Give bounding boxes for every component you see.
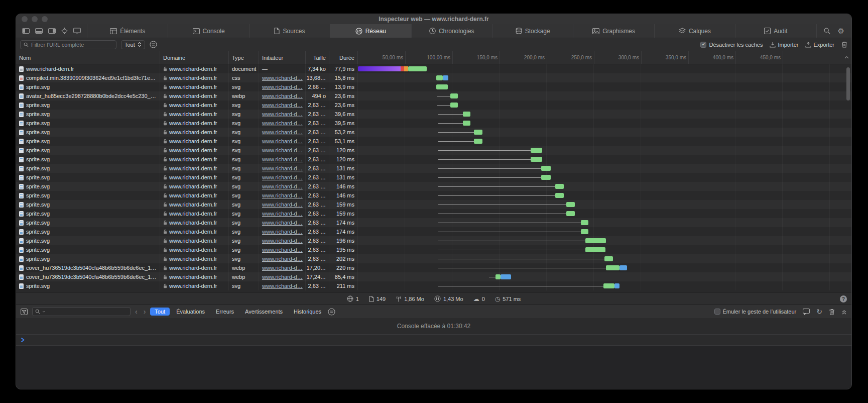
initiator-link[interactable]: www.richard-d… <box>262 238 303 244</box>
help-button[interactable]: ? <box>840 295 847 303</box>
table-row[interactable]: sprite.svgwww.richard-dern.frsvgwww.rich… <box>16 173 851 182</box>
filter-options-icon[interactable] <box>150 41 157 48</box>
initiator-link[interactable]: www.richard-d… <box>262 247 303 253</box>
console-tab-evaluations[interactable]: Évaluations <box>172 308 209 316</box>
dock-left-icon[interactable] <box>22 28 30 34</box>
table-row[interactable]: compiled.min.38390909f303624ed9e1cf1bd3f… <box>16 73 851 82</box>
initiator-link[interactable]: www.richard-d… <box>262 111 303 117</box>
tab-layers[interactable]: Calques <box>654 24 735 38</box>
forward-icon[interactable]: › <box>144 308 146 315</box>
initiator-link[interactable]: www.richard-d… <box>262 256 303 262</box>
vertical-scrollbar-thumb[interactable] <box>846 67 850 100</box>
table-row[interactable]: avatar_hu85ecc3e298728880b0bde2dcc4e5c23… <box>16 91 851 100</box>
initiator-link[interactable]: www.richard-d… <box>262 211 303 217</box>
table-row[interactable]: sprite.svgwww.richard-dern.frsvgwww.rich… <box>16 100 851 110</box>
initiator-link[interactable]: www.richard-d… <box>262 138 303 144</box>
scroll-up-icon[interactable] <box>844 56 849 59</box>
table-row[interactable]: sprite.svgwww.richard-dern.frsvgwww.rich… <box>16 110 851 119</box>
initiator-link[interactable]: www.richard-d… <box>262 229 303 235</box>
console-messages-icon[interactable] <box>803 309 810 315</box>
clear-console-icon[interactable] <box>829 309 835 315</box>
tab-network[interactable]: Réseau <box>330 24 411 38</box>
tab-audit[interactable]: Audit <box>735 24 816 38</box>
tab-console[interactable]: Console <box>168 24 249 38</box>
column-header-domain[interactable]: Domaine <box>160 51 229 64</box>
table-row[interactable]: cover_hu736519dc3b5040cfa48b6b559b6de6ec… <box>16 263 851 272</box>
close-button[interactable] <box>22 16 28 22</box>
table-row[interactable]: sprite.svgwww.richard-dern.frsvgwww.rich… <box>16 209 851 218</box>
initiator-link[interactable]: www.richard-d… <box>262 84 303 90</box>
table-row[interactable]: sprite.svgwww.richard-dern.frsvgwww.rich… <box>16 137 851 146</box>
tab-timelines[interactable]: Chronologies <box>411 24 492 38</box>
column-header-name[interactable]: Nom <box>16 51 160 64</box>
tab-storage[interactable]: Stockage <box>492 24 573 38</box>
console-scope-icon[interactable] <box>21 309 28 315</box>
table-row[interactable]: sprite.svgwww.richard-dern.frsvgwww.rich… <box>16 191 851 200</box>
emulate-gesture-checkbox[interactable]: Émuler le geste de l’utilisateur <box>714 309 797 315</box>
console-empty-area[interactable] <box>16 346 851 389</box>
initiator-link[interactable]: www.richard-d… <box>262 147 303 153</box>
initiator-link[interactable]: www.richard-d… <box>262 265 303 271</box>
initiator-link[interactable]: www.richard-d… <box>262 102 303 108</box>
initiator-link[interactable]: www.richard-d… <box>262 274 303 280</box>
initiator-link[interactable]: www.richard-d… <box>262 156 303 162</box>
disable-caches-checkbox[interactable]: ✓ Désactiver les caches <box>700 42 763 48</box>
initiator-link[interactable]: www.richard-d… <box>262 165 303 171</box>
dock-right-icon[interactable] <box>48 28 56 34</box>
table-row[interactable]: sprite.svgwww.richard-dern.frsvgwww.rich… <box>16 182 851 191</box>
import-button[interactable]: Importer <box>770 42 798 48</box>
url-filter-input[interactable]: Filtrer l’URL complète <box>20 40 116 49</box>
table-row[interactable]: cover_hu736519dc3b5040cfa48b6b559b6de6ec… <box>16 272 851 281</box>
table-row[interactable]: sprite.svgwww.richard-dern.frsvgwww.rich… <box>16 218 851 227</box>
tab-elements[interactable]: Éléments <box>87 24 168 38</box>
reload-icon[interactable]: ↻ <box>816 308 822 315</box>
initiator-link[interactable]: www.richard-d… <box>262 283 303 289</box>
device-icon[interactable] <box>73 28 81 34</box>
console-tab-errors[interactable]: Erreurs <box>211 308 238 316</box>
tab-sources[interactable]: Sources <box>249 24 330 38</box>
console-filter-icon[interactable] <box>328 308 335 316</box>
search-icon[interactable] <box>824 28 830 34</box>
initiator-link[interactable]: www.richard-d… <box>262 220 303 226</box>
tab-graphics[interactable]: Graphismes <box>573 24 654 38</box>
console-search-input[interactable] <box>32 307 131 316</box>
table-row[interactable]: sprite.svgwww.richard-dern.frsvgwww.rich… <box>16 236 851 245</box>
expand-console-icon[interactable] <box>841 309 847 315</box>
table-row[interactable]: sprite.svgwww.richard-dern.frsvgwww.rich… <box>16 200 851 209</box>
column-header-size[interactable]: Taille <box>306 51 329 64</box>
console-tab-all[interactable]: Tout <box>150 308 170 316</box>
column-header-type[interactable]: Type <box>229 51 259 64</box>
table-row[interactable]: sprite.svgwww.richard-dern.frsvgwww.rich… <box>16 227 851 236</box>
back-icon[interactable]: ‹ <box>135 308 138 315</box>
trash-icon[interactable] <box>841 41 847 48</box>
initiator-link[interactable]: www.richard-d… <box>262 174 303 180</box>
initiator-link[interactable]: www.richard-d… <box>262 120 303 126</box>
gear-icon[interactable]: ⚙ <box>838 27 844 35</box>
table-row[interactable]: sprite.svgwww.richard-dern.frsvgwww.rich… <box>16 146 851 155</box>
initiator-link[interactable]: www.richard-d… <box>262 129 303 135</box>
table-row[interactable]: www.richard-dern.frwww.richard-dern.frdo… <box>16 64 851 73</box>
zoom-button[interactable] <box>42 16 48 22</box>
export-button[interactable]: Exporter <box>805 42 834 48</box>
initiator-link[interactable]: www.richard-d… <box>262 93 303 99</box>
initiator-link[interactable]: www.richard-d… <box>262 192 303 198</box>
console-tab-warnings[interactable]: Avertissements <box>240 308 287 316</box>
table-row[interactable]: sprite.svgwww.richard-dern.frsvgwww.rich… <box>16 281 851 290</box>
initiator-link[interactable]: www.richard-d… <box>262 201 303 208</box>
table-row[interactable]: sprite.svgwww.richard-dern.frsvgwww.rich… <box>16 119 851 128</box>
column-header-duration[interactable]: Durée <box>329 51 358 64</box>
inspect-element-icon[interactable] <box>61 28 68 34</box>
column-header-initiator[interactable]: Initiateur <box>259 51 306 64</box>
table-row[interactable]: sprite.svgwww.richard-dern.frsvgwww.rich… <box>16 164 851 173</box>
console-prompt[interactable] <box>16 335 851 346</box>
initiator-link[interactable]: www.richard-d… <box>262 75 303 81</box>
table-row[interactable]: sprite.svgwww.richard-dern.frsvgwww.rich… <box>16 245 851 254</box>
table-row[interactable]: sprite.svgwww.richard-dern.frsvgwww.rich… <box>16 155 851 164</box>
resource-type-select[interactable]: Tout <box>121 40 145 49</box>
initiator-link[interactable]: www.richard-d… <box>262 183 303 189</box>
console-tab-logs[interactable]: Historiques <box>289 308 326 316</box>
table-row[interactable]: sprite.svgwww.richard-dern.frsvgwww.rich… <box>16 128 851 137</box>
minimize-button[interactable] <box>32 16 38 22</box>
dock-bottom-icon[interactable] <box>35 28 43 34</box>
table-row[interactable]: sprite.svgwww.richard-dern.frsvgwww.rich… <box>16 254 851 263</box>
